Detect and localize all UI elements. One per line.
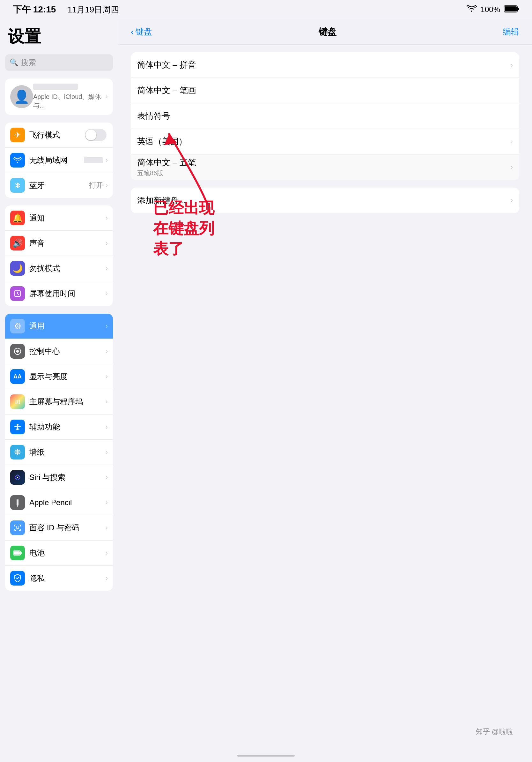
settings-item-screentime[interactable]: 屏幕使用时间 › xyxy=(5,281,113,306)
keyboard-item-emoji[interactable]: 表情符号 xyxy=(131,104,519,129)
controlcenter-chevron: › xyxy=(105,347,108,355)
status-bar: 下午 12:15 11月19日周四 100% xyxy=(0,0,532,19)
status-icons: 100% xyxy=(467,5,519,14)
settings-item-dnd[interactable]: 🌙 勿扰模式 › xyxy=(5,256,113,281)
watermark: 知乎 @啦啦 xyxy=(476,727,513,736)
sound-label: 声音 xyxy=(29,238,105,248)
back-chevron-icon: ‹ xyxy=(131,27,134,37)
settings-item-bluetooth[interactable]: 蓝牙 打开 › xyxy=(5,173,113,198)
battery-settings-icon xyxy=(10,546,25,560)
watermark-text: 知乎 @啦啦 xyxy=(476,727,513,735)
profile-subtitle: Apple ID、iCloud、媒体与... xyxy=(33,93,105,110)
siri-chevron: › xyxy=(105,473,108,482)
general-chevron: › xyxy=(105,322,108,330)
accessibility-label: 辅助功能 xyxy=(29,422,105,432)
keyboard-bihua-content: 简体中文 – 笔画 xyxy=(137,85,513,96)
keyboard-bihua-title: 简体中文 – 笔画 xyxy=(137,85,513,96)
sound-chevron: › xyxy=(105,239,108,247)
keyboard-item-pinyin[interactable]: 简体中文 – 拼音 › xyxy=(131,52,519,78)
profile-card[interactable]: 👤 Apple ID、iCloud、媒体与... › xyxy=(5,79,113,115)
keyboard-english-content: 英语（美国） xyxy=(137,136,511,147)
battery-label: 电池 xyxy=(29,548,105,558)
keyboards-section: 简体中文 – 拼音 › 简体中文 – 笔画 表情符号 xyxy=(131,52,519,180)
wallpaper-chevron: › xyxy=(105,448,108,456)
settings-item-battery[interactable]: 电池 › xyxy=(5,541,113,566)
svg-rect-16 xyxy=(14,551,20,555)
add-keyboard-item[interactable]: 添加新键盘... › xyxy=(131,188,519,213)
dnd-icon: 🌙 xyxy=(10,261,25,276)
privacy-label: 隐私 xyxy=(29,573,105,583)
faceid-chevron: › xyxy=(105,524,108,532)
wifi-value xyxy=(84,157,103,163)
keyboard-pinyin-title: 简体中文 – 拼音 xyxy=(137,59,511,70)
svg-point-13 xyxy=(16,526,17,527)
search-bar[interactable]: 🔍 搜索 xyxy=(5,54,113,71)
nav-edit-button[interactable]: 编辑 xyxy=(503,26,519,37)
faceid-icon xyxy=(10,520,25,535)
settings-item-homescreen[interactable]: ⊞ 主屏幕与程序坞 › xyxy=(5,389,113,415)
notifications-chevron: › xyxy=(105,214,108,222)
privacy-icon xyxy=(10,571,25,585)
settings-item-display[interactable]: AA 显示与亮度 › xyxy=(5,364,113,389)
general-icon: ⚙ xyxy=(10,319,25,334)
status-date: 11月19日周四 xyxy=(67,4,119,15)
settings-item-siri[interactable]: Siri 与搜索 › xyxy=(5,465,113,490)
status-time: 下午 12:15 xyxy=(13,4,56,16)
notifications-label: 通知 xyxy=(29,213,105,223)
keyboard-list: 简体中文 – 拼音 › 简体中文 – 笔画 表情符号 xyxy=(118,45,532,749)
settings-item-wifi[interactable]: 无线局域网 › xyxy=(5,148,113,173)
accessibility-chevron: › xyxy=(105,423,108,431)
group-notifications: 🔔 通知 › 🔊 声音 › 🌙 勿扰模式 › xyxy=(5,205,113,306)
settings-item-accessibility[interactable]: 辅助功能 › xyxy=(5,415,113,440)
applepencil-label: Apple Pencil xyxy=(29,498,105,507)
profile-item[interactable]: 👤 Apple ID、iCloud、媒体与... › xyxy=(5,79,113,115)
settings-item-notifications[interactable]: 🔔 通知 › xyxy=(5,205,113,231)
home-indicator xyxy=(237,755,295,757)
nav-back-button[interactable]: ‹ 键盘 xyxy=(131,26,152,37)
keyboard-content: 简体中文 – 拼音 › 简体中文 – 笔画 表情符号 xyxy=(118,45,532,749)
bluetooth-icon xyxy=(10,178,25,193)
screentime-icon xyxy=(10,286,25,301)
settings-item-faceid[interactable]: 面容 ID 与密码 › xyxy=(5,515,113,541)
airplane-toggle[interactable] xyxy=(85,129,106,141)
settings-item-privacy[interactable]: 隐私 › xyxy=(5,566,113,591)
add-keyboard-title: 添加新键盘... xyxy=(137,195,511,206)
search-icon: 🔍 xyxy=(10,58,18,67)
keyboard-wubi-subtitle: 五笔86版 xyxy=(137,169,511,178)
homescreen-label: 主屏幕与程序坞 xyxy=(29,397,105,407)
battery-percentage: 100% xyxy=(481,5,500,14)
keyboard-wubi-chevron: › xyxy=(511,163,513,171)
settings-item-general[interactable]: ⚙ 通用 › xyxy=(5,314,113,339)
keyboard-item-wubi[interactable]: 简体中文 – 五笔 五笔86版 › xyxy=(131,154,519,180)
profile-name-bar xyxy=(33,84,78,90)
wifi-label: 无线局域网 xyxy=(29,155,84,165)
homescreen-chevron: › xyxy=(105,398,108,406)
sidebar: 设置 🔍 搜索 👤 Apple ID、iCloud、媒体与... › ✈ xyxy=(0,19,118,749)
general-label: 通用 xyxy=(29,321,105,331)
applepencil-chevron: › xyxy=(105,498,108,507)
wallpaper-label: 墙纸 xyxy=(29,447,105,457)
settings-item-airplane[interactable]: ✈ 飞行模式 xyxy=(5,122,113,148)
keyboard-wubi-content: 简体中文 – 五笔 五笔86版 xyxy=(137,157,511,178)
svg-rect-2 xyxy=(518,8,519,10)
display-label: 显示与亮度 xyxy=(29,371,105,382)
profile-chevron: › xyxy=(105,93,108,101)
wifi-settings-icon xyxy=(10,153,25,168)
settings-item-sound[interactable]: 🔊 声音 › xyxy=(5,231,113,256)
add-keyboard-section: 添加新键盘... › xyxy=(131,188,519,213)
bluetooth-label: 蓝牙 xyxy=(29,180,89,190)
airplane-icon: ✈ xyxy=(10,128,25,142)
keyboard-item-english[interactable]: 英语（美国） › xyxy=(131,129,519,154)
home-indicator-bar xyxy=(0,749,532,762)
settings-item-wallpaper[interactable]: ❋ 墙纸 › xyxy=(5,440,113,465)
settings-item-applepencil[interactable]: Apple Pencil › xyxy=(5,490,113,515)
keyboard-pinyin-chevron: › xyxy=(511,61,513,69)
keyboard-emoji-title: 表情符号 xyxy=(137,111,513,121)
svg-point-14 xyxy=(19,526,19,527)
settings-item-controlcenter[interactable]: 控制中心 › xyxy=(5,339,113,364)
privacy-chevron: › xyxy=(105,574,108,582)
keyboard-english-title: 英语（美国） xyxy=(137,136,511,147)
keyboard-item-bihua[interactable]: 简体中文 – 笔画 xyxy=(131,78,519,104)
dnd-label: 勿扰模式 xyxy=(29,263,105,273)
siri-icon xyxy=(10,470,25,485)
